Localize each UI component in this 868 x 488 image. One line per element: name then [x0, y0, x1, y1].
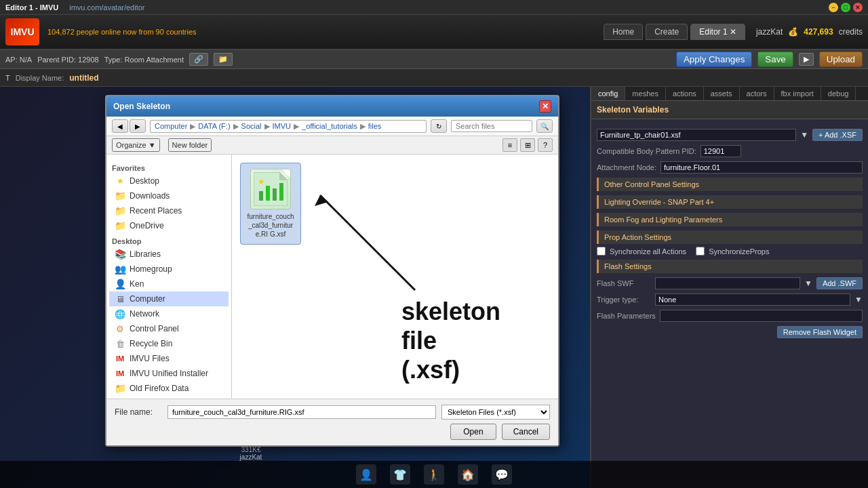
path-files[interactable]: files: [368, 122, 382, 130]
filetype-select[interactable]: Skeleton Files (*.xsf): [441, 405, 550, 420]
trigger-type-row: Trigger type: None ▼: [597, 293, 863, 306]
desktop-section-label: Desktop: [109, 236, 229, 247]
arrow-button[interactable]: ▶: [799, 53, 814, 66]
path-tutorials[interactable]: _official_tutorials: [302, 122, 357, 130]
path-computer[interactable]: Computer: [155, 122, 187, 130]
apply-changes-button[interactable]: Apply Changes: [676, 52, 752, 67]
maximize-button[interactable]: □: [841, 3, 850, 12]
search-input[interactable]: [451, 120, 532, 132]
dropdown-icon[interactable]: ▼: [800, 130, 808, 140]
tab-actors[interactable]: actors: [740, 87, 774, 100]
file-icon: ★: [250, 169, 291, 209]
tree-item-recycle-bin[interactable]: 🗑 Recycle Bin: [109, 336, 229, 351]
tree-item-computer[interactable]: 🖥 Computer: [109, 291, 229, 306]
sync-all-actions-checkbox[interactable]: [597, 247, 606, 256]
credits-amount: 427,693: [804, 27, 833, 37]
add-xsf-button[interactable]: + Add .XSF: [812, 129, 863, 141]
credits-label: credits: [839, 27, 863, 37]
file-item-xsf[interactable]: ★ furniture_couch_cal3d_furniture.RI G.x…: [240, 163, 301, 245]
flash-swf-input[interactable]: [655, 277, 800, 289]
add-swf-button[interactable]: Add .SWF: [816, 277, 863, 289]
path-data[interactable]: DATA (F:): [198, 122, 230, 130]
tree-item-control-panel[interactable]: ⚙ Control Panel: [109, 321, 229, 336]
annotation-arrow: [279, 182, 483, 317]
editor-toolbar: AP: N/A Parent PID: 12908 Type: Room Att…: [0, 50, 868, 69]
link-button[interactable]: 🔗: [189, 53, 208, 66]
filename-label: File name:: [115, 407, 162, 417]
folder-button[interactable]: 📁: [214, 53, 233, 66]
folder-icon: 👤: [115, 279, 125, 289]
imvu-files-icon: IM: [115, 353, 125, 364]
tree-item-network[interactable]: 🌐 Network: [109, 306, 229, 321]
prop-action-header: Prop Action Settings: [597, 230, 863, 244]
tree-item-firefox[interactable]: 📁 Old Firefox Data: [109, 381, 229, 396]
tab-home[interactable]: Home: [604, 24, 643, 40]
path-social[interactable]: Social: [241, 122, 262, 130]
filename-input[interactable]: furniture_couch_cal3d_furniture.RIG.xsf: [167, 405, 436, 419]
remove-flash-widget-button[interactable]: Remove Flash Widget: [777, 326, 863, 338]
tab-editor1[interactable]: Editor 1 ✕: [690, 24, 745, 40]
icon-people[interactable]: 👤: [356, 464, 376, 485]
sync-all-actions-row: Synchronize all Actions SynchronizeProps: [597, 247, 863, 256]
tree-item-label: Network: [130, 309, 159, 319]
recycle-bin-icon: 🗑: [115, 338, 125, 349]
address-path[interactable]: Computer ▶ DATA (F:) ▶ Social ▶ IMVU ▶ _…: [150, 120, 427, 133]
tab-fbximport[interactable]: fbx import: [774, 87, 821, 100]
icon-chat[interactable]: 💬: [492, 464, 512, 485]
forward-button[interactable]: ▶: [130, 119, 146, 133]
tree-item-onedrive[interactable]: 📁 OneDrive: [109, 218, 229, 233]
tab-assets[interactable]: assets: [704, 87, 740, 100]
view-list-button[interactable]: ≡: [502, 138, 517, 152]
tab-create[interactable]: Create: [646, 24, 688, 40]
icon-shop[interactable]: 👕: [390, 464, 410, 485]
refresh-button[interactable]: ↻: [431, 119, 447, 133]
flash-params-input[interactable]: [660, 310, 863, 322]
icon-walk[interactable]: 🚶: [424, 464, 444, 485]
tab-debug[interactable]: debug: [821, 87, 856, 100]
skeleton-file-input[interactable]: Furniture_tp_chair01.xsf: [597, 129, 796, 141]
file-label: furniture_couch_cal3d_furniture.RI G.xsf: [246, 212, 295, 239]
view-grid-button[interactable]: ⊞: [520, 138, 535, 152]
search-button[interactable]: 🔍: [536, 119, 553, 133]
close-button[interactable]: ✕: [853, 3, 863, 12]
dialog-close-button[interactable]: ✕: [539, 100, 551, 113]
save-button[interactable]: Save: [757, 52, 793, 67]
tree-item-libraries[interactable]: 📚 Libraries: [109, 247, 229, 262]
trigger-dropdown-icon[interactable]: ▼: [854, 295, 863, 304]
tree-item-imvu-installer[interactable]: IM IMVU Unified Installer: [109, 366, 229, 381]
tree-item-desktop[interactable]: ★ Desktop: [109, 174, 229, 188]
address-bar: ◀ ▶ Computer ▶ DATA (F:) ▶ Social ▶ IMVU…: [106, 117, 558, 136]
annotation-line1: skeleton file: [401, 297, 500, 355]
new-folder-button[interactable]: New folder: [168, 138, 212, 152]
tree-item-recent[interactable]: 📁 Recent Places: [109, 203, 229, 218]
tree-item-imvu-files[interactable]: IM IMVU Files: [109, 351, 229, 366]
tree-item-ken[interactable]: 👤 Ken: [109, 277, 229, 291]
network-icon: 🌐: [115, 308, 125, 319]
open-button[interactable]: Open: [450, 424, 496, 440]
tree-item-label: Recent Places: [130, 206, 182, 216]
file-toolbar: Organize ▼ New folder ≡ ⊞ ?: [106, 136, 558, 155]
path-imvu[interactable]: IMVU: [273, 122, 292, 130]
favorites-icon: ★: [115, 176, 125, 186]
tab-actions[interactable]: actions: [666, 87, 704, 100]
organize-button[interactable]: Organize ▼: [112, 138, 160, 152]
back-button[interactable]: ◀: [112, 119, 128, 133]
control-panel-icon: ⚙: [115, 323, 125, 334]
attachment-node-input[interactable]: furniture.Floor.01: [660, 161, 863, 174]
trigger-type-input[interactable]: None: [655, 293, 850, 306]
tab-config[interactable]: config: [591, 87, 625, 100]
minimize-button[interactable]: −: [829, 3, 838, 12]
upload-button[interactable]: Upload: [819, 52, 863, 67]
icon-home[interactable]: 🏠: [458, 464, 478, 485]
svg-rect-4: [266, 186, 270, 201]
imvu-installer-icon: IM: [115, 368, 125, 379]
tree-item-homegroup[interactable]: 👥 Homegroup: [109, 262, 229, 277]
tree-item-downloads[interactable]: 📁 Downloads: [109, 188, 229, 203]
sync-all-actions-label: Synchronize all Actions: [610, 247, 686, 256]
flash-dropdown-icon[interactable]: ▼: [804, 279, 812, 288]
help-button[interactable]: ?: [538, 138, 553, 152]
sync-props-checkbox[interactable]: [696, 247, 705, 256]
cancel-button[interactable]: Cancel: [502, 424, 550, 440]
tab-meshes[interactable]: meshes: [625, 87, 666, 100]
compatible-body-input[interactable]: 12901: [701, 145, 741, 157]
